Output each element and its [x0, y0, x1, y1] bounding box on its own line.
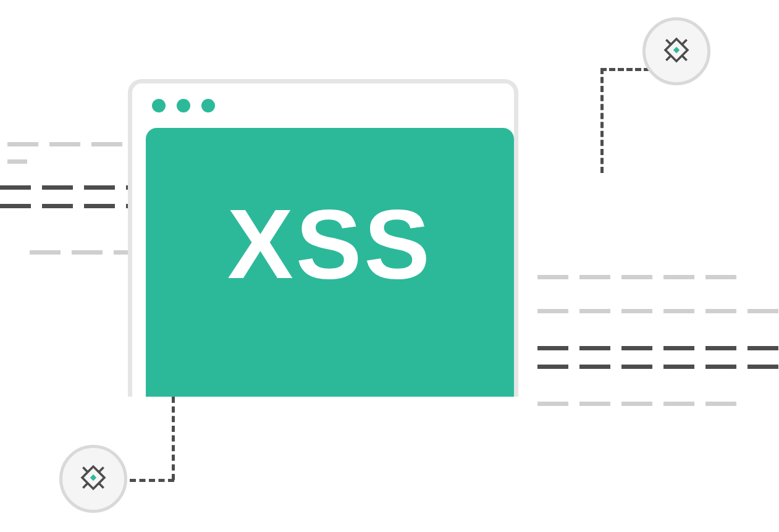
browser-titlebar: [132, 83, 514, 128]
motion-lines-right-4: [537, 365, 778, 369]
bug-badge-bottom-left: [59, 445, 127, 513]
svg-line-2: [682, 40, 687, 44]
motion-lines-left-2: [7, 159, 27, 164]
svg-rect-7: [90, 475, 96, 481]
svg-line-8: [99, 467, 104, 472]
connector-bottom-horizontal: [130, 479, 174, 482]
bug-badge-top-right: [642, 17, 710, 85]
svg-line-4: [666, 40, 671, 44]
svg-rect-1: [673, 47, 680, 53]
svg-line-5: [682, 56, 687, 61]
connector-top-vertical: [600, 68, 604, 173]
bug-chip-icon: [75, 460, 111, 498]
browser-window: XSS: [128, 79, 518, 397]
window-dot-1: [152, 99, 166, 112]
window-dot-2: [177, 99, 190, 112]
motion-lines-right-3: [537, 346, 778, 350]
svg-line-10: [83, 467, 88, 472]
browser-content: XSS: [146, 128, 514, 397]
svg-line-3: [666, 56, 671, 61]
window-dot-3: [201, 99, 215, 112]
motion-lines-right-2: [537, 309, 778, 313]
svg-line-9: [83, 483, 88, 488]
connector-top-horizontal: [600, 68, 650, 71]
xss-label: XSS: [227, 187, 432, 301]
xss-diagram: XSS: [0, 0, 779, 532]
motion-lines-right-1: [537, 275, 736, 279]
svg-line-11: [99, 483, 104, 488]
bug-chip-icon: [659, 32, 694, 70]
connector-bottom-vertical: [172, 397, 175, 480]
motion-lines-right-5: [537, 402, 736, 406]
